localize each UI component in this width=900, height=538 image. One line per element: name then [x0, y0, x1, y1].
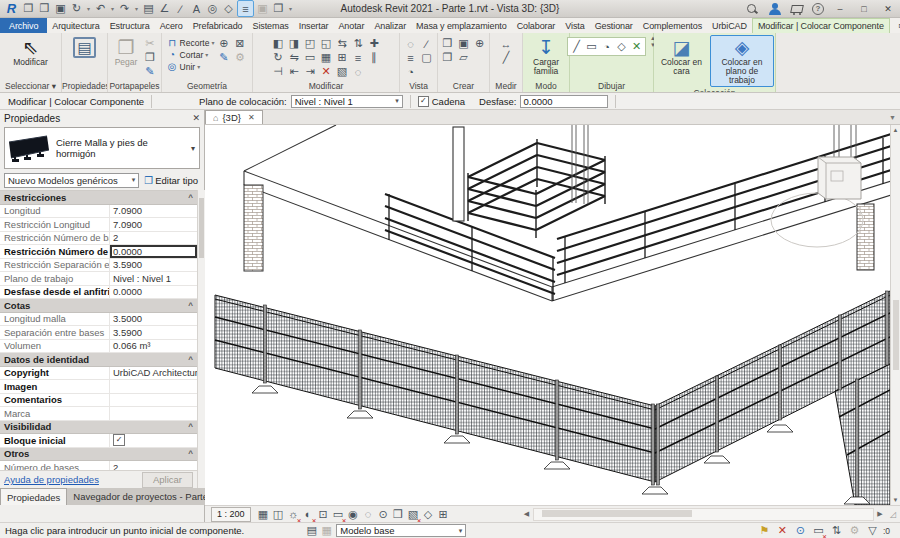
type-selector[interactable]: Cierre Malla y pies de hormigón ▾ — [4, 127, 200, 169]
sync-icon[interactable]: ↻ — [69, 1, 84, 16]
tab-masa-y-emplazamiento[interactable]: Masa y emplazamiento — [411, 18, 512, 33]
tab-propiedades[interactable]: Propiedades — [0, 488, 67, 505]
tab-prefabricado[interactable]: Prefabricado — [188, 18, 248, 33]
maximize-button[interactable]: □ — [856, 2, 872, 15]
tab-insertar[interactable]: Insertar — [294, 18, 334, 33]
offset-icon[interactable]: ◨ — [287, 36, 302, 51]
mirror-pick-icon[interactable]: ◱ — [319, 36, 334, 51]
reveal-hidden-icon[interactable]: ◌ — [361, 507, 376, 522]
draw-polygon-icon[interactable]: ◇ — [614, 39, 629, 54]
property-grid-scrollbar[interactable] — [197, 190, 205, 488]
design-options-icon[interactable]: ▦ — [319, 523, 334, 538]
override-graphics-icon[interactable]: ≡ — [403, 50, 418, 65]
section-header[interactable]: Restricciones — [0, 191, 197, 205]
chevron-down-icon[interactable]: ▾ — [191, 144, 199, 153]
aligned-dimension-icon[interactable]: ∠ — [157, 1, 172, 16]
property-value[interactable]: ✓ — [110, 434, 197, 447]
filter-icon[interactable]: ▽ — [865, 523, 880, 538]
copy-clipboard-icon[interactable]: ❐ — [142, 50, 157, 65]
pin-icon[interactable]: ▧ — [335, 64, 350, 79]
array-icon[interactable]: ▦ — [319, 50, 334, 65]
extend-single-icon[interactable]: ⇤ — [287, 64, 302, 79]
help-icon[interactable]: ? — [812, 3, 824, 15]
paint-icon[interactable]: ⊕ — [216, 36, 231, 51]
copy-icon[interactable]: ⇅ — [351, 36, 366, 51]
vertical-scrollbar[interactable]: ▲ ▼ — [890, 125, 900, 505]
scale-icon[interactable]: ⊞ — [335, 50, 350, 65]
brick-pier-right[interactable] — [857, 204, 874, 270]
undo-icon[interactable]: ↶ — [93, 1, 108, 16]
background-processes-icon[interactable]: ⚙ — [847, 523, 862, 538]
horizontal-scrollbar[interactable]: ◀ ▶ — [521, 508, 886, 521]
move-icon[interactable]: ⇆ — [335, 36, 350, 51]
detail-line-icon[interactable]: ∕ — [173, 1, 188, 16]
ribbon-options-button[interactable]: ▭▾ — [890, 18, 900, 33]
close-palette-icon[interactable]: ✕ — [192, 113, 200, 123]
print-icon[interactable]: ▤ — [141, 1, 156, 16]
paste-button[interactable]: ❐ Pegar — [112, 35, 141, 69]
tab-colaborar[interactable]: Colaborar — [512, 18, 561, 33]
displace-icon[interactable]: ▢ — [419, 50, 434, 65]
property-value[interactable]: 7.0900 — [110, 218, 197, 231]
create-similar-icon[interactable]: ❐ — [440, 50, 455, 65]
save-icon[interactable]: ▣ — [53, 1, 68, 16]
displacement-sets-icon[interactable]: ◇ — [421, 507, 436, 522]
tab-analizar[interactable]: Analizar — [369, 18, 411, 33]
draw-line-icon[interactable]: ╱ — [569, 39, 584, 54]
placement-plane-select[interactable]: Nivel : Nivel 1▾ — [291, 95, 403, 108]
linework-icon[interactable]: ∕ — [419, 36, 434, 51]
analytical-model-icon[interactable]: ❒ — [391, 507, 406, 522]
crop-view-icon[interactable]: ⊡ — [316, 507, 331, 522]
minimize-button[interactable]: – — [832, 2, 848, 15]
measure-between-icon[interactable]: ╱ — [499, 50, 514, 65]
tab-acero[interactable]: Acero — [155, 18, 188, 33]
tab-vista[interactable]: Vista — [560, 18, 589, 33]
tab-urbicad[interactable]: UrbiCAD — [707, 18, 752, 33]
property-value[interactable]: 3.5900 — [110, 326, 197, 339]
align-multi-icon[interactable]: ≡ — [351, 50, 366, 65]
trim-corner-icon[interactable]: ⊣ — [271, 64, 286, 79]
guardrail-right[interactable] — [557, 134, 890, 283]
resize-grip[interactable]: ◿ — [886, 510, 900, 519]
property-value[interactable]: Nivel : Nivel 1 — [110, 272, 197, 285]
crop-region-icon[interactable]: ▭ — [331, 507, 346, 522]
temporary-hide-isolate-icon[interactable]: ◉ — [346, 507, 361, 522]
section-header[interactable]: Otros — [0, 448, 197, 462]
section-header[interactable]: Datos de identidad — [0, 353, 197, 367]
brick-pier-left[interactable] — [244, 185, 263, 271]
legend-component-icon[interactable]: ▱ — [456, 50, 471, 65]
property-value[interactable]: 7.0900 — [110, 205, 197, 218]
create-group-icon[interactable]: ❒ — [440, 36, 455, 51]
workset-select[interactable]: Modelo base▾ — [336, 524, 466, 537]
property-value[interactable]: 3.5000 — [110, 313, 197, 326]
3d-canvas[interactable] — [205, 125, 890, 505]
measure-icon[interactable]: ↔ — [499, 36, 514, 51]
create-assembly-icon[interactable]: ▣ — [456, 36, 471, 51]
sync-dropdown-icon[interactable]: ▾ — [85, 1, 92, 16]
place-on-face-button[interactable]: ◪ Colocar en cara — [655, 35, 708, 78]
section-header[interactable]: Cotas — [0, 299, 197, 313]
match-type-icon[interactable]: ✎ — [142, 64, 157, 79]
active-only-icon[interactable]: ⚑ — [757, 523, 772, 538]
scroll-left-icon[interactable]: ◀ — [521, 510, 533, 518]
properties-toggle-button[interactable]: ▤ — [70, 35, 98, 60]
mesh-fence[interactable] — [215, 291, 890, 505]
shadows-icon[interactable]: ◐ — [301, 507, 316, 522]
scrollbar-thumb[interactable] — [542, 510, 692, 517]
offset-input[interactable]: 0.0000 — [520, 95, 608, 108]
cart-icon[interactable] — [790, 3, 804, 15]
modify-button[interactable]: ⇖ Modificar — [10, 35, 50, 69]
scale-button[interactable]: 1 : 200 — [211, 507, 251, 522]
join-geometry-menu[interactable]: ◎Unir▾ — [167, 61, 215, 72]
tab-archivo[interactable]: Archivo — [0, 18, 47, 33]
switch-windows-icon[interactable]: ❐ — [271, 1, 286, 16]
property-value[interactable]: UrbiCAD Architecture S.L. © — [110, 367, 197, 380]
property-checkbox[interactable]: ✓ — [113, 434, 125, 446]
reveal-icon[interactable]: ◔ — [403, 64, 418, 79]
hoist-machine[interactable] — [771, 157, 863, 247]
property-value[interactable]: 0.066 m³ — [110, 340, 197, 353]
pick-lines-icon[interactable]: ✕ — [629, 39, 644, 54]
demolish-icon[interactable]: ⊠ — [232, 36, 247, 51]
scroll-up-icon[interactable]: ▲ — [893, 125, 899, 135]
split-icon[interactable]: ∥ — [367, 50, 382, 65]
